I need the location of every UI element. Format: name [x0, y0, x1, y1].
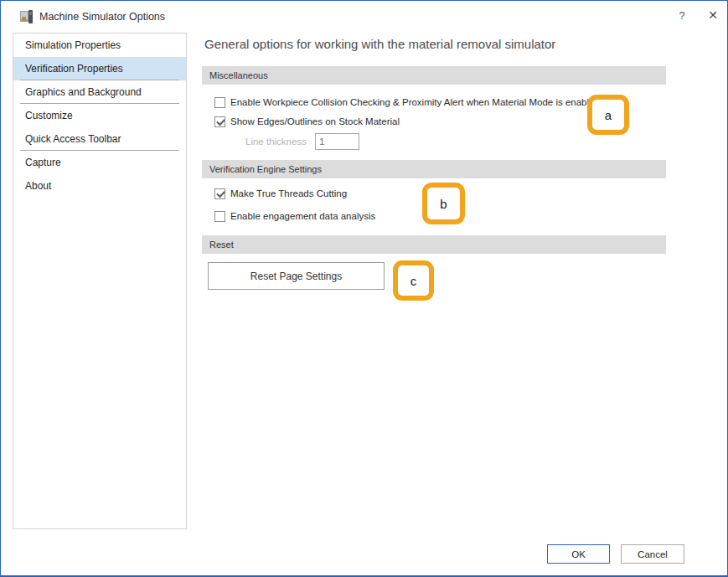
help-button[interactable]: ?	[669, 4, 694, 26]
app-icon	[19, 10, 34, 24]
window-title: Machine Simulator Options	[39, 11, 165, 23]
cancel-button[interactable]: Cancel	[621, 544, 684, 564]
annotation-box-c: c	[393, 260, 434, 301]
show-edges-checkbox-label: Show Edges/Outlines on Stock Material	[230, 116, 400, 126]
ok-button[interactable]: OK	[547, 544, 610, 564]
sidebar-item-about[interactable]: About	[13, 174, 186, 198]
options-sidebar: Simulation Properties Verification Prope…	[13, 33, 187, 529]
sidebar-item-quick-access-toolbar[interactable]: Quick Access Toolbar	[13, 127, 186, 151]
annotation-box-b: b	[422, 183, 465, 224]
machine-simulator-options-dialog: Machine Simulator Options ? ✕ Simulation…	[0, 0, 728, 577]
reset-page-settings-button[interactable]: Reset Page Settings	[208, 262, 385, 290]
true-threads-checkbox-label: Make True Threads Cutting	[230, 188, 347, 198]
close-button[interactable]: ✕	[700, 4, 725, 26]
checkbox-row-show-edges[interactable]: Show Edges/Outlines on Stock Material	[214, 116, 400, 127]
engagement-checkbox-label: Enable engagement data analysis	[230, 211, 375, 221]
line-thickness-row: Line thickness	[245, 132, 359, 150]
true-threads-checkbox[interactable]	[214, 188, 225, 199]
checkbox-row-collision-checking[interactable]: Enable Workpiece Collision Checking & Pr…	[214, 96, 600, 108]
title-bar: Machine Simulator Options ? ✕	[1, 1, 727, 33]
sidebar-item-capture[interactable]: Capture	[13, 151, 186, 174]
sidebar-item-customize[interactable]: Customize	[13, 104, 186, 127]
checkbox-row-engagement-analysis[interactable]: Enable engagement data analysis	[214, 210, 375, 222]
annotation-box-a: a	[587, 95, 629, 135]
collision-checkbox[interactable]	[214, 97, 225, 108]
sidebar-item-verification-properties[interactable]: Verification Properties	[13, 57, 186, 80]
line-thickness-input[interactable]	[315, 133, 359, 150]
show-edges-checkbox[interactable]	[214, 116, 225, 127]
section-header-reset: Reset	[202, 235, 666, 254]
checkbox-row-true-threads[interactable]: Make True Threads Cutting	[214, 188, 347, 199]
page-title: General options for working with the mat…	[204, 37, 555, 51]
line-thickness-label: Line thickness	[245, 137, 307, 147]
section-header-miscellaneous: Miscellaneous	[202, 66, 666, 85]
section-header-verification-engine: Verification Engine Settings	[202, 160, 666, 178]
engagement-checkbox[interactable]	[214, 211, 225, 222]
collision-checkbox-label: Enable Workpiece Collision Checking & Pr…	[230, 97, 600, 107]
sidebar-item-graphics-and-background[interactable]: Graphics and Background	[13, 80, 186, 104]
sidebar-item-simulation-properties[interactable]: Simulation Properties	[13, 33, 186, 57]
